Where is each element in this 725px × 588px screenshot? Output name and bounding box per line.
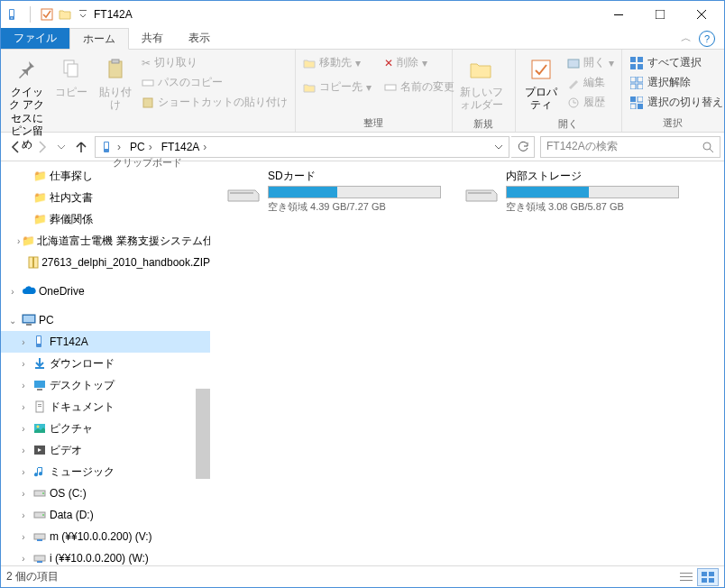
tree-netdrive-w[interactable]: ›i (¥¥10.0.0.200) (W:) <box>1 547 210 565</box>
copy-path-button[interactable]: パスのコピー <box>138 73 291 92</box>
folder-icon: 📁 <box>32 211 48 227</box>
tab-file[interactable]: ファイル <box>1 28 69 49</box>
tab-home[interactable]: ホーム <box>69 28 129 50</box>
svg-rect-26 <box>638 96 643 102</box>
select-none-button[interactable]: 選択解除 <box>626 73 725 92</box>
paste-button[interactable]: 貼り付け <box>93 51 137 115</box>
cloud-icon <box>21 283 37 299</box>
tree-documents[interactable]: ›ドキュメント <box>1 396 210 418</box>
tree-quick-item[interactable]: 27613_delphi_2010_handbook.ZIP <box>1 252 210 273</box>
svg-rect-28 <box>638 104 643 109</box>
delete-button[interactable]: ✕削除 ▾ <box>381 53 458 72</box>
tree-pc[interactable]: ⌄PC <box>1 309 210 331</box>
back-button[interactable] <box>5 135 28 159</box>
refresh-button[interactable] <box>511 136 535 158</box>
tree-quick-item[interactable]: 📁社内文書 <box>1 187 210 208</box>
svg-rect-60 <box>680 580 693 581</box>
newfolder-qat-icon[interactable] <box>58 7 72 22</box>
tree-music[interactable]: ›ミュージック <box>1 461 210 482</box>
svg-rect-24 <box>638 84 643 89</box>
minimize-button[interactable] <box>598 1 639 28</box>
search-input[interactable]: FT142Aの検索 <box>540 136 720 158</box>
open-button[interactable]: 開く ▾ <box>564 53 618 72</box>
tree-scrollbar-thumb[interactable] <box>196 389 210 479</box>
svg-point-46 <box>37 426 40 428</box>
cut-button[interactable]: ✂切り取り <box>138 53 291 72</box>
open-icon <box>567 57 580 69</box>
tree-quick-item[interactable]: 📁仕事探し <box>1 165 210 187</box>
tree-onedrive[interactable]: ›OneDrive <box>1 280 210 302</box>
crumb-current[interactable]: FT142A› <box>158 141 213 153</box>
tab-view[interactable]: 表示 <box>176 28 223 49</box>
svg-rect-30 <box>105 142 108 149</box>
nav-bar: › PC› FT142A› FT142Aの検索 <box>1 133 724 161</box>
svg-rect-4 <box>79 10 87 11</box>
internal-drive-icon <box>463 178 499 205</box>
help-icon[interactable]: ? <box>699 31 715 47</box>
svg-rect-20 <box>638 64 643 69</box>
properties-qat-icon[interactable] <box>40 7 54 22</box>
view-tiles-button[interactable] <box>697 568 719 586</box>
drive-icon <box>32 485 48 501</box>
recent-dropdown[interactable] <box>55 135 68 159</box>
move-to-button[interactable]: 移動先 ▾ <box>299 53 375 72</box>
svg-rect-27 <box>630 104 636 109</box>
tree-quick-item[interactable]: ›📁北海道富士電機 業務支援システム仕 <box>1 230 210 252</box>
tree-pictures[interactable]: ›ピクチャ <box>1 418 210 439</box>
tree-drive-c[interactable]: ›OS (C:) <box>1 482 210 504</box>
svg-rect-41 <box>37 389 42 390</box>
svg-rect-6 <box>656 10 665 19</box>
pc-icon <box>21 312 37 328</box>
pictures-icon <box>32 420 48 436</box>
new-folder-button[interactable]: 新しいフォルダー <box>456 51 507 115</box>
ribbon: クイック アクセスにピン留め コピー 貼り付け ✂切り取り パスのコピー ショー… <box>1 50 724 133</box>
chevron-up-icon[interactable]: ︿ <box>681 31 692 46</box>
tab-share[interactable]: 共有 <box>129 28 176 49</box>
qat-dropdown-icon[interactable] <box>76 7 90 22</box>
invert-selection-button[interactable]: 選択の切り替え <box>626 93 725 112</box>
copy-to-button[interactable]: コピー先 ▾ <box>299 78 375 96</box>
rename-button[interactable]: 名前の変更 <box>381 78 458 96</box>
paste-shortcut-button[interactable]: ショートカットの貼り付け <box>138 93 291 112</box>
forward-button[interactable] <box>30 135 53 159</box>
qat-divider <box>30 6 31 23</box>
svg-rect-17 <box>630 57 636 62</box>
svg-rect-19 <box>630 64 636 69</box>
tree-quick-item[interactable]: 📁葬儀関係 <box>1 208 210 230</box>
close-button[interactable] <box>681 1 722 28</box>
edit-button[interactable]: 編集 <box>564 73 618 92</box>
view-details-button[interactable] <box>675 568 697 586</box>
netdrive-icon <box>32 528 48 545</box>
svg-rect-13 <box>385 85 396 90</box>
history-button[interactable]: 履歴 <box>564 93 618 112</box>
maximize-button[interactable] <box>639 1 681 28</box>
properties-button[interactable]: プロパティ <box>519 51 564 115</box>
tree-videos[interactable]: ›ビデオ <box>1 439 210 461</box>
svg-rect-3 <box>41 9 52 20</box>
tree-drive-d[interactable]: ›Data (D:) <box>1 504 210 526</box>
svg-rect-39 <box>35 367 44 369</box>
device-icon <box>6 7 21 22</box>
tree-downloads[interactable]: ›ダウンロード <box>1 353 210 374</box>
crumb-device-icon[interactable]: › <box>97 141 126 153</box>
address-dropdown[interactable] <box>491 142 507 152</box>
crumb-pc[interactable]: PC› <box>126 141 158 153</box>
document-icon <box>32 399 48 415</box>
tree-desktop[interactable]: ›デスクトップ <box>1 374 210 396</box>
select-all-button[interactable]: すべて選択 <box>626 53 725 72</box>
svg-rect-53 <box>37 539 42 541</box>
svg-rect-56 <box>230 192 253 194</box>
copy-button[interactable]: コピー <box>49 51 93 102</box>
address-bar[interactable]: › PC› FT142A› <box>95 136 509 158</box>
folder-icon: 📁 <box>32 168 48 184</box>
up-button[interactable] <box>69 135 93 159</box>
rename-icon <box>384 81 397 94</box>
storage-tile-internal[interactable]: 内部ストレージ 空き領域 3.08 GB/5.87 GB <box>463 169 679 214</box>
storage-tile-sd[interactable]: SDカード 空き領域 4.39 GB/7.27 GB <box>225 169 441 214</box>
file-view[interactable]: SDカード 空き領域 4.39 GB/7.27 GB 内部ストレージ 空き領域 … <box>210 161 724 565</box>
cut-icon: ✂ <box>142 57 151 69</box>
svg-rect-23 <box>630 84 636 89</box>
tree-device[interactable]: ›FT142A <box>1 331 210 353</box>
tree-netdrive-v[interactable]: ›m (¥¥10.0.0.200) (V:) <box>1 526 210 547</box>
nav-tree[interactable]: 📁仕事探し 📁社内文書 📁葬儀関係 ›📁北海道富士電機 業務支援システム仕 27… <box>1 161 210 565</box>
